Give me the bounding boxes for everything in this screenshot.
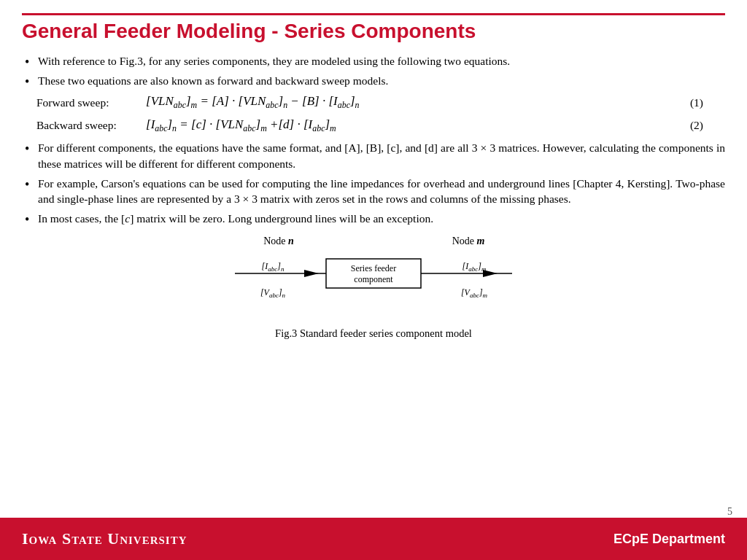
svg-marker-3 bbox=[304, 270, 319, 277]
slide-title: General Feeder Modeling - Series Compone… bbox=[22, 13, 725, 43]
svg-text:[Iabc]n: [Iabc]n bbox=[262, 261, 285, 273]
svg-text:Node m: Node m bbox=[452, 236, 485, 246]
forward-sweep-number: (1) bbox=[690, 96, 725, 109]
page-number: 5 bbox=[727, 506, 732, 518]
content-area: General Feeder Modeling - Series Compone… bbox=[0, 0, 747, 518]
list-item: These two equations are also known as fo… bbox=[22, 73, 725, 89]
list-item: With reference to Fig.3, for any series … bbox=[22, 53, 725, 69]
forward-sweep-label: Forward sweep: bbox=[36, 96, 146, 109]
svg-text:Node n: Node n bbox=[263, 236, 294, 246]
bullet5-text: In most cases, the [c] matrix will be ze… bbox=[38, 212, 433, 225]
footer-university: Iowa State University bbox=[22, 529, 187, 548]
footer: Iowa State University ECpE Department bbox=[0, 518, 747, 560]
feeder-diagram: Node n Node m Series feeder component [I… bbox=[191, 231, 556, 326]
list-item: For example, Carson's equations can be u… bbox=[22, 176, 725, 207]
svg-text:component: component bbox=[354, 274, 393, 284]
backward-sweep-formula: [Iabc]n = [c] · [VLNabc]m +[d] · [Iabc]m bbox=[146, 117, 690, 134]
footer-department: ECpE Department bbox=[614, 532, 725, 547]
backward-sweep-label: Backward sweep: bbox=[36, 119, 146, 132]
bullet-list-2: For different components, the equations … bbox=[22, 140, 725, 226]
bullet1-text: With reference to Fig.3, for any series … bbox=[38, 55, 510, 67]
diagram-area: Node n Node m Series feeder component [I… bbox=[22, 231, 725, 340]
bullet-list: With reference to Fig.3, for any series … bbox=[22, 53, 725, 88]
forward-sweep-equation: Forward sweep: [VLNabc]m = [A] · [VLNabc… bbox=[36, 94, 725, 111]
svg-text:[Vabc]n: [Vabc]n bbox=[260, 287, 286, 299]
forward-sweep-formula: [VLNabc]m = [A] · [VLNabc]n − [B] · [Iab… bbox=[146, 94, 690, 111]
bullet3-text: For different components, the equations … bbox=[38, 141, 725, 170]
bullet2-text: These two equations are also known as fo… bbox=[38, 74, 388, 87]
bullet4-text: For example, Carson's equations can be u… bbox=[38, 177, 725, 206]
svg-text:[Vabc]m: [Vabc]m bbox=[461, 287, 488, 299]
list-item: For different components, the equations … bbox=[22, 140, 725, 171]
svg-text:Series feeder: Series feeder bbox=[351, 263, 396, 273]
svg-text:[Iabc]m: [Iabc]m bbox=[462, 261, 487, 273]
backward-sweep-number: (2) bbox=[690, 119, 725, 132]
diagram-caption: Fig.3 Standard feeder series component m… bbox=[275, 327, 472, 340]
list-item: In most cases, the [c] matrix will be ze… bbox=[22, 211, 725, 227]
slide: General Feeder Modeling - Series Compone… bbox=[0, 0, 747, 560]
backward-sweep-equation: Backward sweep: [Iabc]n = [c] · [VLNabc]… bbox=[36, 117, 725, 134]
